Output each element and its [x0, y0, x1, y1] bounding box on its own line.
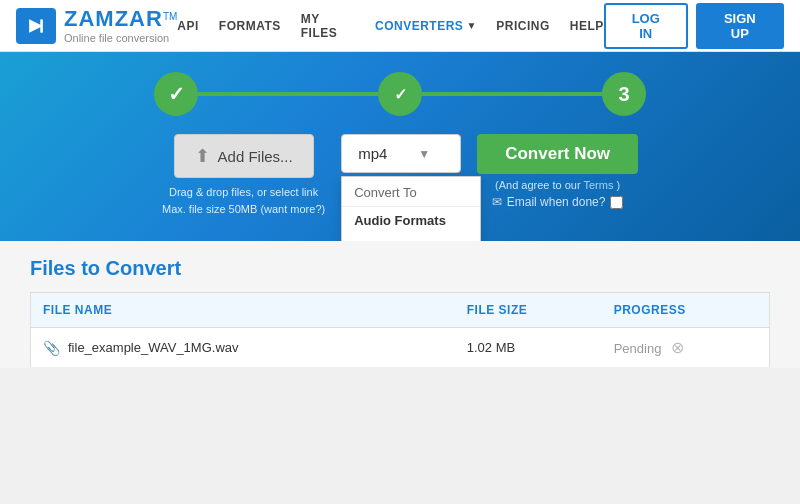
table-body: 📎 file_example_WAV_1MG.wav 1.02 MB Pendi… [31, 328, 770, 368]
logo-title: ZAMZARTM [64, 7, 177, 31]
status-pending: Pending [614, 341, 662, 356]
dropdown-item-aac[interactable]: aac [342, 232, 480, 241]
format-select-area: mp4 ▼ Convert To Audio Formats aac ac3 f… [341, 134, 461, 173]
selected-format: mp4 [358, 145, 387, 162]
convert-terms-note: (And agree to our Terms ) [495, 179, 620, 191]
files-section: Files to Convert FILE NAME FILE SIZE PRO… [0, 241, 800, 368]
convert-now-button[interactable]: Convert Now [477, 134, 638, 174]
step-line-1 [198, 92, 378, 96]
dropdown-header: Convert To [342, 177, 480, 207]
login-button[interactable]: LOG IN [604, 3, 688, 49]
email-row: ✉ Email when done? [492, 195, 624, 209]
table-header: FILE NAME FILE SIZE PROGRESS [31, 293, 770, 328]
file-cell-empty [413, 328, 455, 368]
step-3-label: 3 [618, 83, 629, 106]
nav-help[interactable]: HELP [570, 19, 604, 33]
nav-pricing[interactable]: PRICING [496, 19, 550, 33]
controls-row: ⬆ Add Files... Drag & drop files, or sel… [60, 134, 740, 217]
steps-progress: ✓ ✓ 3 [60, 72, 740, 116]
nav: API FORMATS MY FILES CONVERTERS ▼ PRICIN… [177, 12, 603, 40]
logo-text: ZAMZARTM Online file conversion [64, 7, 177, 43]
converters-dropdown-arrow: ▼ [466, 20, 476, 31]
step-2: ✓ [378, 72, 422, 116]
dropdown-group-audio: Audio Formats [342, 207, 480, 232]
col-progress: PROGRESS [602, 293, 770, 328]
step-line-2 [422, 92, 602, 96]
files-title: Files to Convert [30, 257, 770, 280]
nav-formats[interactable]: FORMATS [219, 19, 281, 33]
format-dropdown: Convert To Audio Formats aac ac3 flac m4… [341, 176, 481, 241]
logo-subtitle: Online file conversion [64, 32, 177, 44]
upload-icon: ⬆ [195, 145, 210, 167]
nav-api[interactable]: API [177, 19, 199, 33]
convert-now-area: Convert Now (And agree to our Terms ) ✉ … [477, 134, 638, 209]
files-title-highlight: Convert [106, 257, 182, 279]
add-files-button[interactable]: ⬆ Add Files... [174, 134, 314, 178]
file-size-cell: 1.02 MB [455, 328, 602, 368]
nav-my-files[interactable]: MY FILES [301, 12, 355, 40]
logo-area: ZAMZARTM Online file conversion [16, 7, 177, 43]
add-files-label: Add Files... [218, 148, 293, 165]
files-table: FILE NAME FILE SIZE PROGRESS 📎 file_exam… [30, 292, 770, 368]
terms-link[interactable]: Terms [584, 179, 614, 191]
signup-button[interactable]: SIGN UP [696, 3, 784, 49]
logo-icon [16, 8, 56, 44]
file-name-cell: 📎 file_example_WAV_1MG.wav [31, 328, 414, 368]
step-3: 3 [602, 72, 646, 116]
status-icon: ⊗ [671, 339, 684, 356]
nav-converters[interactable]: CONVERTERS ▼ [375, 19, 476, 33]
col-spacer [413, 293, 455, 328]
add-files-area: ⬆ Add Files... Drag & drop files, or sel… [162, 134, 325, 217]
file-hint: Drag & drop files, or select link Max. f… [162, 184, 325, 217]
step-1: ✓ [154, 72, 198, 116]
paperclip-icon: 📎 [43, 340, 60, 356]
table-row: 📎 file_example_WAV_1MG.wav 1.02 MB Pendi… [31, 328, 770, 368]
header-buttons: LOG IN SIGN UP [604, 3, 784, 49]
step-2-icon: ✓ [394, 85, 407, 104]
nav-converters-label[interactable]: CONVERTERS [375, 19, 463, 33]
col-file-size: FILE SIZE [455, 293, 602, 328]
file-name: file_example_WAV_1MG.wav [68, 340, 239, 355]
email-label: Email when done? [507, 195, 606, 209]
header: ZAMZARTM Online file conversion API FORM… [0, 0, 800, 52]
col-file-name: FILE NAME [31, 293, 414, 328]
banner: ✓ ✓ 3 ⬆ Add Files... Drag & drop files, … [0, 52, 800, 241]
email-icon: ✉ [492, 195, 502, 209]
email-checkbox[interactable] [610, 196, 623, 209]
format-select-button[interactable]: mp4 ▼ [341, 134, 461, 173]
svg-rect-2 [40, 19, 43, 33]
format-chevron-icon: ▼ [418, 147, 430, 161]
file-status-cell: Pending ⊗ [602, 328, 770, 368]
step-1-icon: ✓ [168, 82, 185, 106]
